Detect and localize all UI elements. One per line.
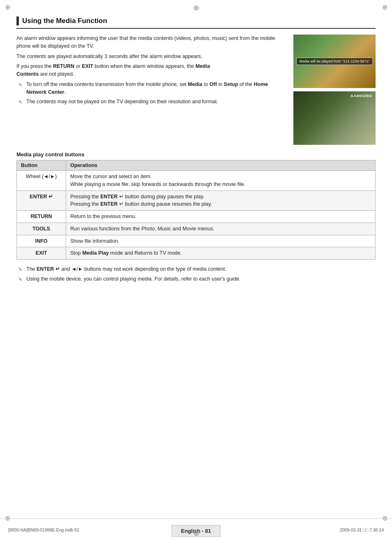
table-row: TOOLSRun various functions from the Phot… [17, 223, 376, 235]
table-row: RETURNReturn to the previous menu. [17, 211, 376, 223]
col-button: Button [17, 160, 66, 171]
table-row: Wheel (◄/►)Move the cursor and select an… [17, 171, 376, 191]
bottom-notes: ✎ The ENTER ↵ and ◄/► buttons may not wo… [16, 265, 376, 283]
table-heading: Media play control buttons [16, 151, 376, 158]
control-table: Button Operations Wheel (◄/►)Move the cu… [16, 160, 376, 260]
footer-right: 2009-03-31 □□ 7:36:14 [340, 527, 384, 532]
table-cell-operations: Move the cursor and select an item.While… [66, 171, 376, 191]
table-section: Media play control buttons Button Operat… [16, 151, 376, 260]
note-item-2: ✎ The contents may not be played on the … [16, 98, 285, 106]
table-cell-operations: Run various functions from the Photo, Mu… [66, 223, 376, 235]
table-row: INFOShow file information. [17, 235, 376, 247]
samsung-logo: SAMSUNG [350, 94, 372, 98]
section-heading: Using the Media Function [16, 16, 376, 29]
note-icon-1: ✎ [16, 81, 24, 88]
return-bold: RETURN [53, 63, 74, 69]
exit-bold: EXIT [82, 63, 93, 69]
corner-mark-tl: ⊕ [3, 3, 12, 12]
intro-para-1: An alarm window appears informing the us… [16, 35, 285, 50]
content-area: An alarm window appears informing the us… [16, 35, 376, 145]
images-column: Media will be played from "111-1234-5671… [293, 35, 376, 145]
intro-para-3: If you press the RETURN or EXIT button w… [16, 63, 285, 78]
col-operations: Operations [66, 160, 376, 171]
media-bold: Media [196, 63, 210, 69]
bottom-crosshair: ⊕ [193, 529, 199, 538]
bottom-note-text-2: Using the mobile device, you can control… [26, 275, 376, 283]
corner-mark-tr: ⊕ [380, 3, 389, 12]
table-cell-operations: Return to the previous menu. [66, 211, 376, 223]
table-cell-button: ENTER ↵ [17, 190, 66, 211]
note-text-1: To turn off the media contents transmiss… [26, 81, 285, 96]
note-icon-2: ✎ [16, 98, 24, 106]
table-cell-button: INFO [17, 235, 66, 247]
table-cell-button: EXIT [17, 247, 66, 260]
image-1: Media will be played from "111-1234-5671… [293, 35, 376, 88]
table-row: EXITStop Media Play mode and Returns to … [17, 247, 376, 260]
table-cell-button: Wheel (◄/►) [17, 171, 66, 191]
bottom-note-1: ✎ The ENTER ↵ and ◄/► buttons may not wo… [16, 265, 376, 273]
footer-left: [8000-NA]BN68-01988E-Eng.indb 81 [8, 527, 79, 532]
bottom-note-icon-1: ✎ [16, 266, 24, 273]
tv-screen-2: SAMSUNG [293, 91, 376, 145]
tv-overlay-text: Media will be played from "111-1234-5671… [296, 58, 373, 65]
page-container: ⊕ ⊕ ⊕ ⊕ ⊕ Using the Media Function An al… [0, 0, 392, 541]
table-cell-operations: Pressing the ENTER ↵ button during play … [66, 190, 376, 211]
top-crosshair: ⊕ [193, 3, 199, 12]
note-text-2: The contents may not be played on the TV… [26, 98, 285, 106]
section-title: Using the Media Function [22, 17, 107, 25]
table-cell-button: TOOLS [17, 223, 66, 235]
bottom-note-text-1: The ENTER ↵ and ◄/► buttons may not work… [26, 265, 376, 273]
text-column: An alarm window appears informing the us… [16, 35, 285, 145]
table-cell-button: RETURN [17, 211, 66, 223]
note-item-1: ✎ To turn off the media contents transmi… [16, 81, 285, 96]
bottom-note-2: ✎ Using the mobile device, you can contr… [16, 275, 376, 283]
image-2: SAMSUNG [293, 91, 376, 145]
table-header-row: Button Operations [17, 160, 376, 171]
table-cell-operations: Stop Media Play mode and Returns to TV m… [66, 247, 376, 260]
main-content: Using the Media Function An alarm window… [16, 16, 376, 516]
contents-bold: Contents [16, 71, 39, 77]
table-row: ENTER ↵Pressing the ENTER ↵ button durin… [17, 190, 376, 211]
section-heading-bar [16, 16, 19, 26]
table-cell-operations: Show file information. [66, 235, 376, 247]
bottom-note-icon-2: ✎ [16, 276, 24, 283]
intro-para-2: The contents are played automatically 3 … [16, 53, 285, 60]
tv-screen-1: Media will be played from "111-1234-5671… [293, 35, 376, 88]
